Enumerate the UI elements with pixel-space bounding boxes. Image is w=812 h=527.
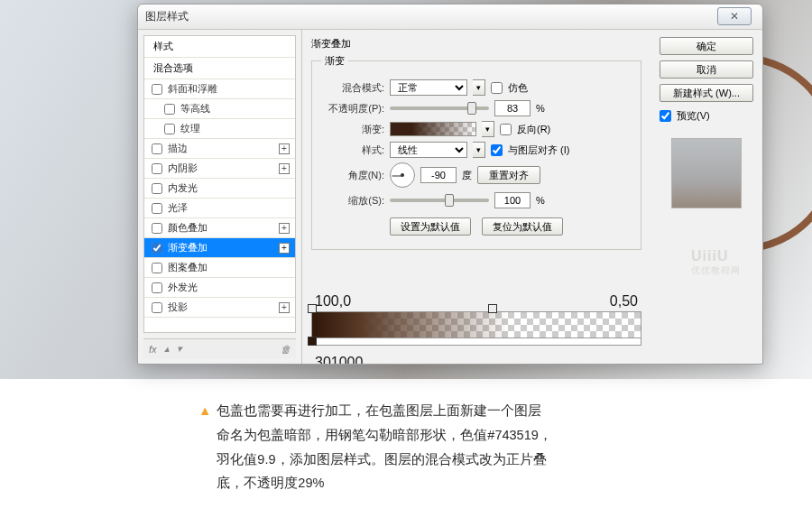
triangle-icon: ▲ bbox=[198, 403, 211, 418]
gradient-swatch[interactable] bbox=[390, 122, 476, 136]
align-label: 与图层对齐 (I) bbox=[508, 143, 569, 157]
opacity-label: 不透明度(P): bbox=[321, 102, 384, 116]
dither-checkbox[interactable] bbox=[491, 82, 503, 94]
slider-knob[interactable] bbox=[445, 194, 454, 207]
style-item-stroke[interactable]: 描边+ bbox=[144, 139, 295, 159]
style-item-pattern-overlay[interactable]: 图案叠加 bbox=[144, 258, 295, 278]
drop-shadow-checkbox[interactable] bbox=[152, 302, 162, 313]
pct-label: % bbox=[536, 195, 545, 206]
add-icon[interactable]: + bbox=[279, 163, 290, 174]
styles-header[interactable]: 样式 bbox=[144, 36, 295, 58]
caption-block: ▲包盖也需要再进行加工，在包盖图层上面新建一个图层 ▲命名为包盖暗部，用钢笔勾勒… bbox=[198, 399, 677, 495]
style-item-gradient-overlay[interactable]: 渐变叠加+ bbox=[144, 238, 295, 258]
bevel-checkbox[interactable] bbox=[152, 84, 162, 95]
gradient-bar[interactable] bbox=[311, 311, 641, 338]
style-item-inner-shadow[interactable]: 内阴影+ bbox=[144, 159, 295, 179]
stop-left-label: 100,0 bbox=[315, 293, 351, 310]
fieldset-legend: 渐变 bbox=[321, 54, 348, 68]
inner-glow-checkbox[interactable] bbox=[152, 183, 162, 194]
reset-align-button[interactable]: 重置对齐 bbox=[477, 166, 540, 184]
chevron-down-icon[interactable]: ▾ bbox=[473, 79, 485, 96]
gradient-transparency-bar[interactable] bbox=[311, 338, 641, 346]
style-item-satin[interactable]: 光泽 bbox=[144, 199, 295, 218]
style-item-label: 投影 bbox=[168, 300, 188, 314]
reverse-checkbox[interactable] bbox=[500, 124, 512, 135]
outer-glow-checkbox[interactable] bbox=[152, 282, 162, 293]
set-default-button[interactable]: 设置为默认值 bbox=[390, 217, 471, 236]
style-item-label: 颜色叠加 bbox=[168, 221, 208, 235]
add-icon[interactable]: + bbox=[279, 302, 290, 313]
gradient-editor: 100,0 0,50 301000 bbox=[311, 293, 641, 364]
cancel-button[interactable]: 取消 bbox=[660, 60, 753, 79]
chevron-down-icon[interactable]: ▾ bbox=[473, 142, 485, 158]
trash-icon[interactable]: 🗑 bbox=[281, 344, 291, 355]
angle-input[interactable] bbox=[420, 167, 457, 183]
preview-row: 预览(V) bbox=[660, 109, 753, 123]
row-blend-mode: 混合模式: 正常 ▾ 仿色 bbox=[321, 79, 632, 96]
opacity-input[interactable] bbox=[494, 100, 531, 116]
style-item-outer-glow[interactable]: 外发光 bbox=[144, 278, 295, 298]
gradient-stop-labels: 100,0 0,50 bbox=[315, 293, 638, 310]
style-item-bevel[interactable]: 斜面和浮雕 bbox=[144, 79, 295, 99]
add-icon[interactable]: + bbox=[279, 223, 290, 234]
watermark: UiiiU 优优教程网 bbox=[691, 248, 741, 277]
texture-checkbox[interactable] bbox=[164, 124, 175, 134]
titlebar[interactable]: 图层样式 ✕ bbox=[138, 5, 762, 30]
row-angle: 角度(N): 度 重置对齐 bbox=[321, 162, 632, 188]
scale-slider[interactable] bbox=[390, 199, 489, 202]
ok-button[interactable]: 确定 bbox=[660, 37, 753, 55]
caption-line: 羽化值9.9，添加图层样式。图层的混合模式改为正片叠 bbox=[217, 452, 546, 467]
reset-default-label: 复位为默认值 bbox=[493, 220, 552, 234]
chevron-down-icon[interactable]: ▾ bbox=[482, 121, 494, 137]
gradient-overlay-checkbox[interactable] bbox=[152, 243, 162, 254]
inner-shadow-checkbox[interactable] bbox=[152, 163, 162, 174]
style-item-label: 内阴影 bbox=[168, 162, 198, 175]
deg-label: 度 bbox=[462, 169, 472, 182]
ok-label: 确定 bbox=[697, 40, 716, 53]
fx-label[interactable]: fx bbox=[149, 344, 157, 355]
add-icon[interactable]: + bbox=[279, 243, 290, 254]
style-select[interactable]: 线性 bbox=[390, 142, 467, 158]
opacity-stop-left[interactable] bbox=[308, 304, 317, 313]
style-item-inner-glow[interactable]: 内发光 bbox=[144, 179, 295, 199]
dialog-title: 图层样式 bbox=[145, 9, 189, 24]
reset-default-button[interactable]: 复位为默认值 bbox=[482, 217, 563, 236]
style-item-label: 光泽 bbox=[168, 201, 188, 215]
style-item-label: 纹理 bbox=[180, 122, 200, 135]
style-item-contour[interactable]: 等高线 bbox=[144, 99, 295, 119]
gradient-label: 渐变: bbox=[321, 123, 384, 136]
preview-swatch bbox=[671, 138, 742, 208]
close-icon: ✕ bbox=[730, 10, 739, 23]
opacity-stop-right[interactable] bbox=[488, 304, 497, 313]
section-title: 渐变叠加 bbox=[311, 37, 641, 51]
main-panel: 渐变叠加 渐变 混合模式: 正常 ▾ 仿色 不透明度(P): % 渐 bbox=[302, 30, 651, 364]
preview-checkbox[interactable] bbox=[660, 110, 671, 122]
scale-label: 缩放(S): bbox=[321, 194, 384, 208]
scale-input[interactable] bbox=[494, 192, 531, 208]
satin-checkbox[interactable] bbox=[152, 203, 162, 214]
blend-options-header[interactable]: 混合选项 bbox=[144, 58, 295, 79]
add-icon[interactable]: + bbox=[279, 143, 290, 154]
arrow-up-icon[interactable]: ▴ bbox=[164, 343, 170, 355]
style-item-label: 斜面和浮雕 bbox=[168, 82, 217, 96]
set-default-label: 设置为默认值 bbox=[401, 220, 460, 234]
layer-style-dialog: 图层样式 ✕ 样式 混合选项 斜面和浮雕 等高线 纹理 描边+ 内阴影+ 内发光… bbox=[137, 4, 763, 365]
slider-knob[interactable] bbox=[467, 102, 476, 115]
arrow-down-icon[interactable]: ▾ bbox=[177, 343, 182, 355]
stroke-checkbox[interactable] bbox=[152, 143, 162, 154]
style-item-texture[interactable]: 纹理 bbox=[144, 119, 295, 139]
style-item-drop-shadow[interactable]: 投影+ bbox=[144, 298, 295, 318]
style-item-label: 外发光 bbox=[168, 281, 198, 294]
contour-checkbox[interactable] bbox=[164, 104, 175, 115]
angle-dial[interactable] bbox=[390, 162, 415, 188]
close-button[interactable]: ✕ bbox=[717, 7, 752, 25]
opacity-slider[interactable] bbox=[390, 106, 489, 110]
new-style-button[interactable]: 新建样式 (W)... bbox=[660, 84, 753, 102]
pattern-overlay-checkbox[interactable] bbox=[152, 263, 162, 273]
style-item-color-overlay[interactable]: 颜色叠加+ bbox=[144, 218, 295, 238]
blend-mode-select[interactable]: 正常 bbox=[390, 79, 467, 96]
color-stop-left[interactable] bbox=[308, 337, 317, 346]
dither-label: 仿色 bbox=[508, 81, 528, 95]
align-checkbox[interactable] bbox=[491, 144, 503, 156]
color-overlay-checkbox[interactable] bbox=[152, 223, 162, 234]
